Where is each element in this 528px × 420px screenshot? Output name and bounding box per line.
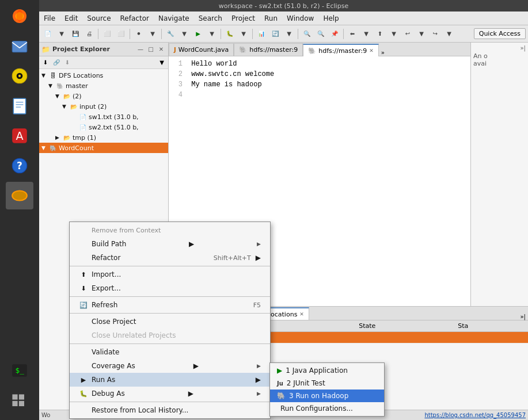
code-text-2: www.swvtc.cn welcome <box>191 70 274 78</box>
ctx-import[interactable]: ⬆ Import... <box>70 268 270 281</box>
toolbar-refresh-btn[interactable]: 🔄 <box>269 28 282 40</box>
menu-run[interactable]: Run <box>260 13 282 24</box>
cell-state <box>354 332 453 343</box>
toolbar-ext-drop[interactable]: ▼ <box>178 28 191 40</box>
toolbar-search2-btn[interactable]: 🔍 <box>314 28 327 40</box>
tree-tmp-item[interactable]: ▶ 📂 tmp (1) <box>39 132 168 143</box>
menu-edit[interactable]: Edit <box>60 13 82 24</box>
right-panel-btn[interactable]: »| <box>521 45 526 51</box>
toolbar-new-btn[interactable]: 📄 <box>41 28 54 40</box>
submenu-run-config[interactable]: Run Configurations... <box>270 402 384 415</box>
toolbar-run-btn[interactable]: ▶ <box>192 28 204 40</box>
toolbar-nav3-drop[interactable]: ▼ <box>415 28 428 40</box>
svg-rect-21 <box>19 401 24 406</box>
toolbar-nav1-drop[interactable]: ▼ <box>360 28 373 40</box>
explorer-link-btn[interactable]: 🔗 <box>51 58 62 68</box>
toolbar-print-btn[interactable]: 🖨 <box>83 28 96 40</box>
menu-project[interactable]: Project <box>227 13 260 24</box>
sidebar-help-icon[interactable]: ? <box>6 152 33 180</box>
toolbar-nav2-drop[interactable]: ▼ <box>388 28 400 40</box>
tree-input-item[interactable]: ▼ 📂 input (2) <box>39 101 168 112</box>
ctx-coverage-as[interactable]: Coverage As ▶ <box>70 359 270 373</box>
tab-wordcount-java[interactable]: J WordCount.java <box>169 43 234 56</box>
sidebar-eclipse-icon[interactable] <box>6 182 33 209</box>
sidebar-mail-icon[interactable] <box>6 32 33 60</box>
ctx-remove-icon <box>79 226 88 235</box>
submenu-run-hadoop[interactable]: 🐘 3 Run on Hadoop <box>270 390 384 402</box>
code-text-3: My name is hadoop <box>191 81 261 89</box>
toolbar-run-drop[interactable]: ▼ <box>206 28 218 40</box>
explorer-minimize-btn[interactable]: — <box>136 45 145 54</box>
toolbar-nav4-drop[interactable]: ▼ <box>443 28 455 40</box>
toolbar-btn2[interactable]: ⬜ <box>101 28 113 40</box>
submenu-java-app[interactable]: ▶ 1 Java Application <box>270 364 384 377</box>
line-num-3: 3 <box>171 79 183 90</box>
tree-wordcount-item[interactable]: ▼ 🐘 WordCount <box>39 143 168 153</box>
sidebar-appstore-icon[interactable]: A <box>6 122 33 150</box>
ctx-refresh[interactable]: 🔄 Refresh F5 <box>70 298 270 312</box>
tree-dfs-item[interactable]: ▼ 🗄 DFS Locations <box>39 70 168 81</box>
quick-access-button[interactable]: Quick Access <box>474 28 526 39</box>
ctx-close-project[interactable]: Close Project <box>70 315 270 329</box>
tree-sw2-item[interactable]: ▶ 📄 sw2.txt (51.0 b, <box>39 122 168 132</box>
tree-sw1-item[interactable]: ▶ 📄 sw1.txt (31.0 b, <box>39 112 168 122</box>
ctx-validate[interactable]: Validate <box>70 345 270 359</box>
toolbar-nav3-btn[interactable]: ↩ <box>401 28 414 40</box>
menu-search[interactable]: Search <box>194 13 227 24</box>
toolbar-new-drop[interactable]: ▼ <box>55 28 68 40</box>
sidebar-grid-icon[interactable] <box>6 388 33 415</box>
submenu-junit[interactable]: Ju 2 JUnit Test <box>270 377 384 390</box>
explorer-collapse-btn[interactable]: ⬇ <box>40 58 51 68</box>
explorer-sync-btn[interactable]: ⬇ <box>62 58 73 68</box>
menu-window[interactable]: Window <box>282 13 318 24</box>
sidebar-firefox-icon[interactable] <box>6 2 33 30</box>
toolbar-btn3[interactable]: ⬜ <box>115 28 127 40</box>
tab-hdfs-1[interactable]: 🐘 hdfs://master:9 <box>234 43 303 56</box>
ctx-sep4 <box>70 343 270 344</box>
sidebar-terminal-icon[interactable]: $_ <box>6 357 33 384</box>
tree-master-item[interactable]: ▼ 🐘 master <box>39 81 168 91</box>
tab-hdfs-2[interactable]: 🐘 hdfs://master:9 ✕ <box>303 44 379 56</box>
ctx-build-path[interactable]: Build Path ▶ <box>70 237 270 251</box>
toolbar-save-btn[interactable]: 💾 <box>69 28 82 40</box>
toolbar-refresh-drop[interactable]: ▼ <box>283 28 295 40</box>
ctx-restore-history[interactable]: Restore from Local History... <box>70 403 270 417</box>
toolbar-debug-drop[interactable]: ▼ <box>237 28 250 40</box>
explorer-menu-btn[interactable]: ▼ <box>157 58 167 68</box>
mapreduce-close-icon[interactable]: ✕ <box>299 311 304 317</box>
toolbar-ext-btn[interactable]: 🔧 <box>164 28 177 40</box>
tree-two-item[interactable]: ▼ 📂 (2) <box>39 91 168 101</box>
toolbar-nav2-btn[interactable]: ⬆ <box>374 28 386 40</box>
menu-help[interactable]: Help <box>318 13 343 24</box>
ctx-export[interactable]: ⬇ Export... <box>70 281 270 295</box>
sidebar-writer-icon[interactable] <box>6 92 33 120</box>
code-line-4: 4 <box>171 90 468 100</box>
tab-hdfs2-close-icon[interactable]: ✕ <box>369 48 374 54</box>
toolbar-debug-btn[interactable]: 🐛 <box>223 28 236 40</box>
ctx-refactor[interactable]: Refactor Shift+Alt+T ▶ <box>70 251 270 265</box>
ctx-run-as[interactable]: ▶ Run As ▶ <box>70 373 270 387</box>
bottom-panel-btn[interactable]: »| <box>521 314 526 320</box>
ctx-remove-context[interactable]: Remove from Context <box>70 223 270 237</box>
toolbar-nav4-btn[interactable]: ↪ <box>429 28 442 40</box>
svg-rect-18 <box>12 394 17 399</box>
toolbar-ball-drop[interactable]: ▼ <box>146 28 159 40</box>
sidebar-music-icon[interactable] <box>6 62 33 90</box>
toolbar-search-btn[interactable]: 🔍 <box>301 28 313 40</box>
ctx-sep5 <box>70 402 270 402</box>
tab-overflow-btn[interactable]: » <box>379 49 387 56</box>
menu-refactor[interactable]: Refactor <box>116 13 154 24</box>
col-state: State <box>354 320 453 332</box>
toolbar-pin-btn[interactable]: 📌 <box>328 28 341 40</box>
toolbar-ball-btn[interactable]: ⚫ <box>132 28 145 40</box>
menu-source[interactable]: Source <box>82 13 115 24</box>
toolbar-coverage-btn[interactable]: 📊 <box>255 28 268 40</box>
menu-file[interactable]: File <box>39 13 60 24</box>
ctx-refresh-shortcut: F5 <box>253 301 261 309</box>
menu-navigate[interactable]: Navigate <box>154 13 194 24</box>
toolbar-nav1-btn[interactable]: ⬅ <box>346 28 359 40</box>
ctx-debug-arrow: ▶ <box>188 390 193 398</box>
explorer-maximize-btn[interactable]: □ <box>146 45 155 54</box>
explorer-close-btn[interactable]: ✕ <box>157 45 166 54</box>
ctx-debug-as[interactable]: 🐛 Debug As ▶ <box>70 387 270 400</box>
